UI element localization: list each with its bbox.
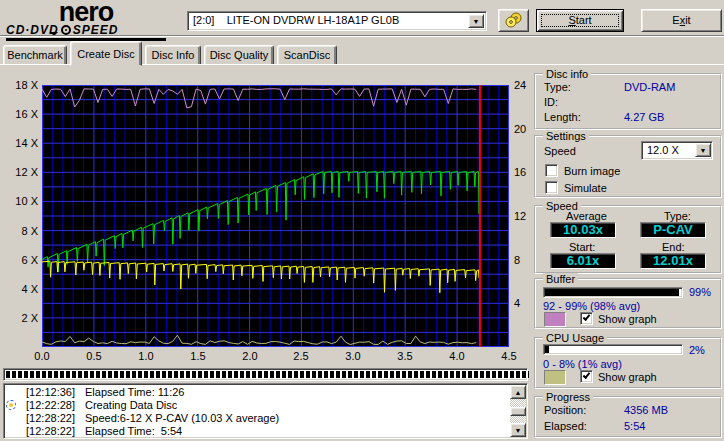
- burn-image-label: Burn image: [564, 165, 620, 177]
- speed-type-display: P-CAV: [640, 222, 706, 238]
- x-axis-tick: 1.0: [133, 350, 159, 362]
- speed-setting-label: Speed: [544, 145, 576, 157]
- cpu-show-graph-label: Show graph: [598, 371, 657, 383]
- disc-icon: [61, 25, 71, 35]
- x-axis-tick: 0.0: [29, 350, 55, 362]
- chevron-down-icon: ▼: [473, 18, 480, 25]
- disc-type-label: Type:: [544, 81, 571, 93]
- arrow-down-icon: ▼: [515, 427, 522, 434]
- nero-brand-text: nero: [6, 1, 166, 23]
- burning-status-icon: [6, 400, 16, 410]
- settings-group: Settings Speed 12.0 X ▼ Burn image Simul…: [534, 135, 722, 198]
- position-label: Position:: [544, 404, 586, 416]
- y-axis-tick: 6 X: [0, 254, 38, 266]
- tab-create-disc[interactable]: Create Disc: [70, 41, 142, 66]
- cpu-show-graph-checkbox[interactable]: [580, 370, 593, 383]
- log-row: [12:28:22] Elapsed Time: 5:54: [6, 425, 509, 438]
- chevron-down-icon: ▼: [700, 147, 707, 154]
- y2-axis-tick: 20: [514, 123, 526, 135]
- x-axis-tick: 3.0: [340, 350, 366, 362]
- disc-length-label: Length:: [544, 111, 581, 123]
- y2-axis-tick: 16: [514, 166, 526, 178]
- x-axis-tick: 4.5: [496, 350, 522, 362]
- log-row: [12:12:36] Elapsed Time: 11:26: [6, 386, 509, 399]
- scrollbar-thumb[interactable]: [510, 407, 526, 416]
- check-icon: [583, 371, 591, 379]
- scroll-down-button[interactable]: ▼: [510, 423, 526, 437]
- drive-selector-dropdown-button[interactable]: ▼: [468, 14, 484, 28]
- arrow-up-icon: ▲: [515, 389, 522, 396]
- x-axis-tick: 2.5: [288, 350, 314, 362]
- buffer-range: 92 - 99% (98% avg): [543, 300, 640, 312]
- status-log-list[interactable]: [12:12:36] Elapsed Time: 11:26 [12:22:28…: [3, 383, 528, 439]
- x-axis-tick: 1.5: [185, 350, 211, 362]
- y2-axis-tick: 12: [514, 210, 526, 222]
- start-button-focus: [541, 14, 619, 27]
- y-axis-tick: 14 X: [0, 137, 38, 149]
- cpu-bar-fill: [545, 346, 549, 353]
- drive-selector-value: [2:0] LITE-ON DVDRW LH-18A1P GL0B: [188, 12, 486, 30]
- tab-disc-quality[interactable]: Disc Quality: [204, 45, 274, 65]
- type-label: Type:: [664, 210, 691, 222]
- cpu-bar: [543, 344, 683, 355]
- average-speed-display: 10.03x: [550, 222, 616, 238]
- log-row: [12:22:28] Creating Data Disc: [6, 399, 509, 412]
- tab-benchmark[interactable]: Benchmark: [3, 45, 67, 65]
- disc-info-group: Disc info Type: DVD-RAM ID: Length: 4.27…: [534, 73, 722, 130]
- burn-discs-icon: [503, 12, 525, 28]
- disc-id-label: ID:: [544, 96, 558, 108]
- x-axis-tick: 4.0: [444, 350, 470, 362]
- exit-button[interactable]: Exit: [641, 9, 722, 32]
- y-axis-tick: 2 X: [0, 312, 38, 324]
- cpu-color-swatch: [544, 370, 566, 385]
- speed-group: Speed Average Type: 10.03x P-CAV Start: …: [534, 205, 722, 274]
- header-divider: [0, 35, 724, 37]
- progress-group: Progress Position: 4356 MB Elapsed: 5:54: [534, 396, 722, 438]
- write-speed-chart: [42, 85, 509, 347]
- y-axis-tick: 18 X: [0, 79, 38, 91]
- y-axis-tick: 8 X: [0, 225, 38, 237]
- start-button[interactable]: Start: [536, 9, 624, 32]
- y-axis-tick: 16 X: [0, 108, 38, 120]
- buffer-percent: 99%: [689, 286, 711, 298]
- y2-axis-tick: 8: [514, 254, 520, 266]
- check-icon: [583, 313, 591, 321]
- buffer-color-swatch: [544, 312, 566, 327]
- x-axis-tick: 0.5: [81, 350, 107, 362]
- settings-title: Settings: [543, 130, 589, 142]
- cpu-usage-group: CPU Usage 2% 0 - 8% (1% avg) Show graph: [534, 337, 722, 389]
- y2-axis-tick: 24: [514, 79, 526, 91]
- simulate-checkbox[interactable]: [545, 181, 558, 194]
- cpu-usage-title: CPU Usage: [543, 332, 607, 344]
- write-progress-fill: [6, 371, 529, 378]
- speed-select[interactable]: 12.0 X ▼: [641, 141, 713, 160]
- burn-image-checkbox[interactable]: [545, 164, 558, 177]
- end-label: End:: [662, 241, 685, 253]
- buffer-show-graph-checkbox[interactable]: [580, 312, 593, 325]
- header-bar: nero CD·DVD SPEED [2:0] LITE-ON DVDRW LH…: [0, 0, 724, 34]
- log-row: [12:28:22] Speed:6-12 X P-CAV (10.03 X a…: [6, 412, 509, 425]
- position-value: 4356 MB: [624, 404, 668, 416]
- cpu-range: 0 - 8% (1% avg): [543, 358, 622, 370]
- x-axis-tick: 3.5: [392, 350, 418, 362]
- buffer-title: Buffer: [543, 273, 578, 285]
- buffer-group: Buffer 99% 92 - 99% (98% avg) Show graph: [534, 278, 722, 329]
- start-speed-display: 6.01x: [550, 253, 616, 269]
- scroll-up-button[interactable]: ▲: [510, 385, 526, 399]
- speed-select-dropdown-button[interactable]: ▼: [695, 143, 711, 157]
- tab-disc-info[interactable]: Disc Info: [145, 45, 201, 65]
- disc-length-value: 4.27 GB: [624, 111, 664, 123]
- average-label: Average: [566, 210, 607, 222]
- y-axis-tick: 4 X: [0, 283, 38, 295]
- y-axis-tick: 10 X: [0, 195, 38, 207]
- tab-scandisc[interactable]: ScanDisc: [277, 45, 337, 65]
- drive-selector[interactable]: [2:0] LITE-ON DVDRW LH-18A1P GL0B ▼: [187, 11, 487, 31]
- start-label: Start:: [569, 241, 595, 253]
- elapsed-value: 5:54: [624, 420, 645, 432]
- cpu-percent: 2%: [689, 344, 705, 356]
- chart-canvas: [42, 85, 509, 347]
- eject-disc-button[interactable]: [498, 9, 529, 32]
- write-progress-bar: [3, 368, 528, 381]
- elapsed-label: Elapsed:: [544, 420, 587, 432]
- log-scrollbar[interactable]: ▲ ▼: [510, 385, 526, 437]
